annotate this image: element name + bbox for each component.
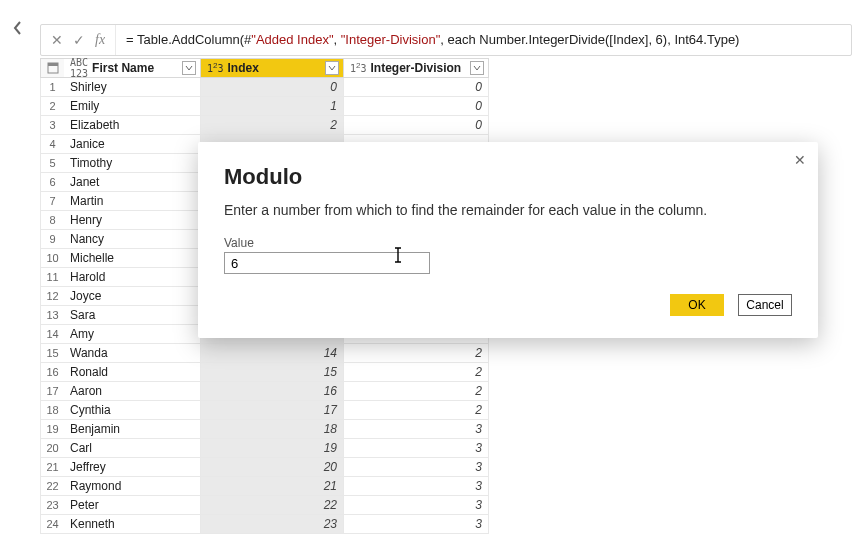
row-number: 6	[40, 173, 64, 192]
value-label: Value	[224, 236, 792, 250]
row-number: 19	[40, 420, 64, 439]
cell-first-name[interactable]: Joyce	[64, 287, 201, 306]
cell-index[interactable]: 15	[201, 363, 344, 382]
formula-text[interactable]: = Table.AddColumn(#"Added Index", "Integ…	[116, 32, 851, 48]
row-number: 11	[40, 268, 64, 287]
row-number: 22	[40, 477, 64, 496]
table-row[interactable]: 21Jeffrey203	[40, 458, 862, 477]
table-row[interactable]: 22Raymond213	[40, 477, 862, 496]
table-corner-icon[interactable]	[40, 58, 64, 78]
cell-first-name[interactable]: Peter	[64, 496, 201, 515]
cell-intdiv[interactable]: 2	[344, 401, 489, 420]
table-row[interactable]: 23Peter223	[40, 496, 862, 515]
cell-first-name[interactable]: Benjamin	[64, 420, 201, 439]
cell-intdiv[interactable]: 3	[344, 496, 489, 515]
cell-index[interactable]: 0	[201, 78, 344, 97]
cell-index[interactable]: 20	[201, 458, 344, 477]
cell-first-name[interactable]: Jeffrey	[64, 458, 201, 477]
value-input[interactable]	[224, 252, 430, 274]
column-header-first_name[interactable]: ABC123First Name	[64, 58, 201, 78]
cell-intdiv[interactable]: 2	[344, 363, 489, 382]
cell-first-name[interactable]: Henry	[64, 211, 201, 230]
cell-first-name[interactable]: Janice	[64, 135, 201, 154]
cell-first-name[interactable]: Carl	[64, 439, 201, 458]
cell-intdiv[interactable]: 3	[344, 439, 489, 458]
cell-first-name[interactable]: Kenneth	[64, 515, 201, 534]
row-number: 14	[40, 325, 64, 344]
cell-intdiv[interactable]: 0	[344, 116, 489, 135]
cell-intdiv[interactable]: 3	[344, 420, 489, 439]
filter-dropdown-icon[interactable]	[325, 61, 339, 75]
row-number: 15	[40, 344, 64, 363]
cell-index[interactable]: 2	[201, 116, 344, 135]
table-row[interactable]: 20Carl193	[40, 439, 862, 458]
type-icon: ABC123	[70, 57, 88, 79]
cell-first-name[interactable]: Nancy	[64, 230, 201, 249]
row-number: 23	[40, 496, 64, 515]
cell-index[interactable]: 21	[201, 477, 344, 496]
cell-intdiv[interactable]: 0	[344, 97, 489, 116]
row-number: 17	[40, 382, 64, 401]
cell-intdiv[interactable]: 2	[344, 382, 489, 401]
type-icon: 123	[350, 61, 367, 74]
cell-first-name[interactable]: Ronald	[64, 363, 201, 382]
cell-first-name[interactable]: Shirley	[64, 78, 201, 97]
cell-index[interactable]: 17	[201, 401, 344, 420]
cell-index[interactable]: 14	[201, 344, 344, 363]
row-number: 10	[40, 249, 64, 268]
fx-icon[interactable]: fx	[95, 32, 105, 48]
cell-intdiv[interactable]: 3	[344, 515, 489, 534]
row-number: 21	[40, 458, 64, 477]
table-row[interactable]: 1Shirley00	[40, 78, 862, 97]
ok-button[interactable]: OK	[670, 294, 724, 316]
cell-first-name[interactable]: Harold	[64, 268, 201, 287]
cell-index[interactable]: 19	[201, 439, 344, 458]
cell-index[interactable]: 18	[201, 420, 344, 439]
cell-first-name[interactable]: Cynthia	[64, 401, 201, 420]
cell-first-name[interactable]: Elizabeth	[64, 116, 201, 135]
cancel-button[interactable]: Cancel	[738, 294, 792, 316]
column-header-intdiv[interactable]: 123Integer-Division	[344, 58, 489, 78]
table-row[interactable]: 18Cynthia172	[40, 401, 862, 420]
cell-intdiv[interactable]: 0	[344, 78, 489, 97]
cell-first-name[interactable]: Raymond	[64, 477, 201, 496]
cell-first-name[interactable]: Amy	[64, 325, 201, 344]
cell-index[interactable]: 23	[201, 515, 344, 534]
column-label: First Name	[92, 61, 182, 75]
cell-first-name[interactable]: Timothy	[64, 154, 201, 173]
close-icon[interactable]: ✕	[794, 152, 806, 168]
row-number: 13	[40, 306, 64, 325]
cell-first-name[interactable]: Aaron	[64, 382, 201, 401]
cell-first-name[interactable]: Janet	[64, 173, 201, 192]
table-row[interactable]: 15Wanda142	[40, 344, 862, 363]
formula-accept-icon[interactable]: ✓	[73, 32, 85, 48]
cell-index[interactable]: 16	[201, 382, 344, 401]
table-row[interactable]: 2Emily10	[40, 97, 862, 116]
row-number: 7	[40, 192, 64, 211]
cell-index[interactable]: 1	[201, 97, 344, 116]
cell-first-name[interactable]: Michelle	[64, 249, 201, 268]
filter-dropdown-icon[interactable]	[470, 61, 484, 75]
cell-intdiv[interactable]: 2	[344, 344, 489, 363]
table-row[interactable]: 24Kenneth233	[40, 515, 862, 534]
cell-first-name[interactable]: Martin	[64, 192, 201, 211]
table-row[interactable]: 19Benjamin183	[40, 420, 862, 439]
row-number: 4	[40, 135, 64, 154]
cell-first-name[interactable]: Sara	[64, 306, 201, 325]
table-row[interactable]: 3Elizabeth20	[40, 116, 862, 135]
cell-intdiv[interactable]: 3	[344, 477, 489, 496]
cell-first-name[interactable]: Wanda	[64, 344, 201, 363]
cell-first-name[interactable]: Emily	[64, 97, 201, 116]
table-row[interactable]: 16Ronald152	[40, 363, 862, 382]
type-icon: 123	[207, 61, 224, 74]
back-button[interactable]	[0, 0, 36, 56]
row-number: 3	[40, 116, 64, 135]
filter-dropdown-icon[interactable]	[182, 61, 196, 75]
column-header-index[interactable]: 123Index	[201, 58, 344, 78]
cell-intdiv[interactable]: 3	[344, 458, 489, 477]
row-number: 8	[40, 211, 64, 230]
formula-cancel-icon[interactable]: ✕	[51, 32, 63, 48]
cell-index[interactable]: 22	[201, 496, 344, 515]
row-number: 20	[40, 439, 64, 458]
table-row[interactable]: 17Aaron162	[40, 382, 862, 401]
